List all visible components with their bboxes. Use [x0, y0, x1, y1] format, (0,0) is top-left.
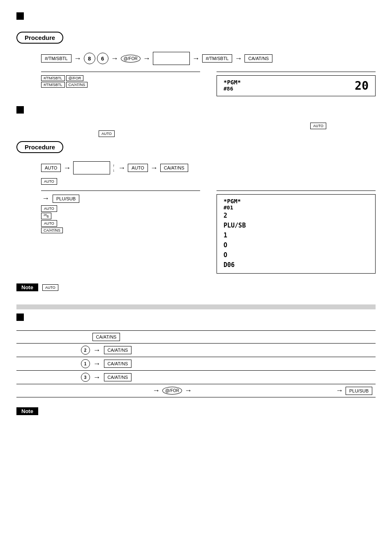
note-badge-2: Note — [16, 407, 38, 415]
key-sm-tm-sbtl-2: #/TM/SBTL — [41, 82, 65, 88]
key-row-2d: CA/AT/NS — [41, 228, 200, 233]
key-sm-auto-1: AUTO — [41, 205, 57, 212]
key-tm-sbtl-1: #/TM/SBTL — [41, 54, 71, 63]
table-row: → @/FOR → → PLU/SUB — [16, 384, 376, 397]
key-circle-2: 2 — [81, 346, 90, 355]
page: Procedure #/TM/SBTL → 8 6 → @/FOR → → #/… — [0, 0, 392, 555]
example-area-2: → PLU/SUB AUTO 266 AUTO — [41, 190, 376, 274]
note-badge-1: Note — [16, 283, 38, 291]
flow-row-1: #/TM/SBTL → 8 6 → @/FOR → → #/TM/SBTL → … — [41, 52, 376, 65]
key-stack-1: #/TM/SBTL @/FOR #/TM/SBTL CA/AT/NS — [41, 75, 200, 88]
pgm-lines-2: 2PLU/SB1OOD06 — [224, 211, 369, 270]
key-ca-at-ns-t3: CA/AT/NS — [104, 360, 132, 368]
section-marker-2 — [16, 106, 24, 114]
key-circle-1: 1 — [81, 359, 90, 368]
section-2: AUTO AUTO Procedure AUTO → ↑ ↓ → AUTO → … — [16, 106, 376, 295]
key-row-1b: #/TM/SBTL CA/AT/NS — [41, 82, 200, 88]
section-1: Procedure #/TM/SBTL → 8 6 → @/FOR → → #/… — [16, 12, 376, 96]
key-row-2a: AUTO — [41, 205, 200, 212]
table-cell-empty-1 — [196, 331, 376, 344]
gray-section — [16, 304, 376, 309]
note-row-1: Note AUTO — [16, 280, 376, 295]
key-6: 6 — [97, 53, 108, 64]
table-cell: 3 → CA/AT/NS — [16, 371, 196, 384]
key-plu-sub-1: PLU/SUB — [53, 195, 79, 203]
key-tm-sbtl-2: #/TM/SBTL — [202, 54, 233, 63]
table-cell: 2 → CA/AT/NS — [16, 344, 196, 357]
procedure-badge-1: Procedure — [16, 32, 63, 44]
pgm-title-1: *PGM* — [224, 79, 241, 86]
key-ca-at-ns-2: CA/AT/NS — [160, 164, 188, 172]
table-row: 2 → CA/AT/NS — [16, 344, 376, 357]
key-row-2b: 266 — [41, 213, 200, 219]
table-cell: CA/AT/NS — [16, 331, 196, 344]
key-auto-mid: AUTO — [99, 130, 115, 137]
procedure-badge-2: Procedure — [16, 141, 63, 153]
table-row: CA/AT/NS — [16, 331, 376, 344]
pgm-num-2: #01 — [224, 204, 369, 211]
key-at-for-1: @/FOR — [121, 55, 141, 63]
key-sm-tm-sbtl-1: #/TM/SBTL — [41, 75, 65, 81]
key-ca-at-ns-t2: CA/AT/NS — [104, 346, 132, 354]
example-right-1: *PGM* #86 20 — [217, 72, 376, 96]
key-sm-at-for-1: @/FOR — [66, 75, 84, 81]
key-circle-3: 3 — [81, 373, 90, 382]
example-left-2: → PLU/SUB AUTO 266 AUTO — [41, 190, 200, 274]
table-cell-empty-2 — [196, 344, 376, 357]
key-sm-auto-2: AUTO — [41, 220, 57, 227]
section-marker-1 — [16, 12, 24, 20]
auto-ref-mid: AUTO — [99, 130, 376, 136]
pgm-display-2: *PGM* #01 2PLU/SB1OOD06 — [217, 194, 376, 274]
table-cell: 1 → CA/AT/NS — [16, 357, 196, 371]
input-box-2 — [73, 161, 110, 174]
key-at-for-t: @/FOR — [162, 387, 182, 395]
key-row-2c: AUTO — [41, 220, 200, 227]
table-cell-empty-3 — [196, 357, 376, 371]
table-row: 3 → CA/AT/NS — [16, 371, 376, 384]
input-box-1 — [153, 52, 190, 65]
note-row-2: Note — [16, 404, 376, 418]
key-auto-below: AUTO — [41, 178, 57, 185]
table-cell-plu: → PLU/SUB — [196, 384, 376, 397]
key-auto-flow-2: AUTO — [128, 164, 148, 172]
pgm-value-1: 20 — [355, 79, 369, 93]
operation-table: CA/AT/NS 2 → CA/AT/NS — [16, 330, 376, 397]
pgm-num-1: #86 — [224, 86, 241, 92]
example-right-2: *PGM* #01 2PLU/SB1OOD06 — [217, 190, 376, 274]
table-cell-empty-4 — [196, 371, 376, 384]
flow-row-2: AUTO → ↑ ↓ → AUTO → CA/AT/NS — [41, 161, 376, 174]
key-stack-2: AUTO 266 AUTO CA/AT/NS — [41, 205, 200, 233]
key-ca-at-ns-t1: CA/AT/NS — [92, 333, 120, 341]
key-sm-ca-at-ns-1: CA/AT/NS — [66, 82, 88, 88]
table-cell: → @/FOR → — [16, 384, 196, 397]
pgm-display-1: *PGM* #86 20 — [217, 75, 376, 96]
example-left-1: #/TM/SBTL @/FOR #/TM/SBTL CA/AT/NS — [41, 72, 200, 96]
key-plu-sub-t: PLU/SUB — [346, 387, 372, 395]
key-auto-flow: AUTO — [41, 164, 61, 172]
key-sm-6-26: 266 — [41, 213, 51, 219]
auto-ref-top: AUTO — [16, 122, 376, 128]
key-auto-note: AUTO — [42, 284, 58, 291]
key-ca-at-ns-t4: CA/AT/NS — [104, 373, 132, 381]
auto-below: AUTO — [41, 178, 376, 184]
example-area-1: #/TM/SBTL @/FOR #/TM/SBTL CA/AT/NS *PGM*… — [41, 72, 376, 96]
key-row-1a: #/TM/SBTL @/FOR — [41, 75, 200, 81]
key-8: 8 — [84, 53, 95, 64]
section-marker-3 — [16, 313, 24, 321]
key-sm-ca-at-ns-2: CA/AT/NS — [41, 228, 63, 233]
key-auto-top: AUTO — [310, 123, 326, 129]
pgm-title-2: *PGM* — [224, 198, 369, 204]
key-ca-at-ns-1: CA/AT/NS — [244, 54, 272, 63]
table-row: 1 → CA/AT/NS — [16, 357, 376, 371]
